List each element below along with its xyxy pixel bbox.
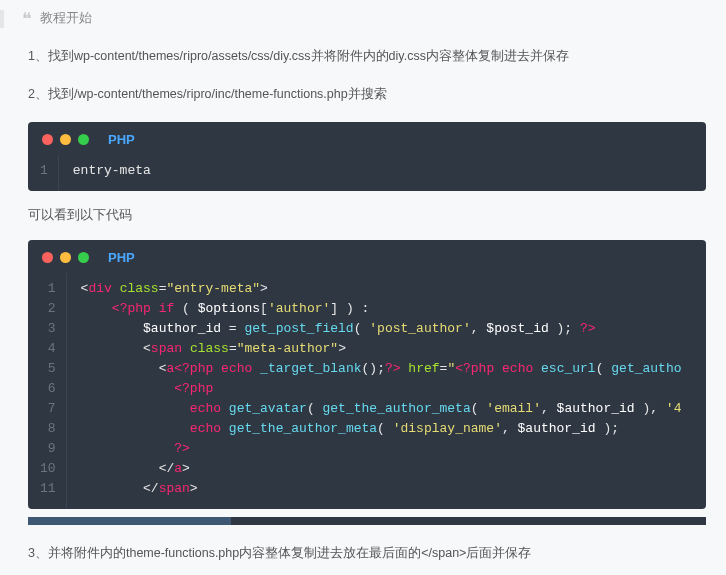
code-block-1: PHP 1 entry-meta (28, 122, 706, 191)
code-lines[interactable]: <div class="entry-meta"> <?php if ( $opt… (67, 273, 706, 509)
note-between: 可以看到以下代码 (28, 207, 706, 224)
code-header: PHP (28, 240, 706, 273)
step-1: 1、找到wp-content/themes/ripro/assets/css/d… (28, 46, 706, 66)
code-block-2: PHP 1234567891011 <div class="entry-meta… (28, 240, 706, 509)
language-label: PHP (108, 132, 135, 147)
code-lines[interactable]: entry-meta (59, 155, 706, 191)
blockquote: ❝ 教程开始 (0, 10, 706, 28)
window-dot-green (78, 134, 89, 145)
window-dot-red (42, 134, 53, 145)
step-3: 3、并将附件内的theme-functions.php内容整体复制进去放在最后面… (28, 543, 706, 563)
window-dot-yellow (60, 252, 71, 263)
horizontal-scrollbar[interactable] (28, 517, 706, 525)
window-dot-yellow (60, 134, 71, 145)
scrollbar-thumb[interactable] (28, 517, 231, 525)
quote-icon: ❝ (22, 10, 32, 28)
line-gutter: 1234567891011 (28, 273, 67, 509)
window-dot-green (78, 252, 89, 263)
window-dot-red (42, 252, 53, 263)
code-body[interactable]: 1234567891011 <div class="entry-meta"> <… (28, 273, 706, 509)
quote-heading: 教程开始 (40, 11, 92, 25)
step-2: 2、找到/wp-content/themes/ripro/inc/theme-f… (28, 84, 706, 104)
code-body[interactable]: 1 entry-meta (28, 155, 706, 191)
line-gutter: 1 (28, 155, 59, 191)
code-header: PHP (28, 122, 706, 155)
language-label: PHP (108, 250, 135, 265)
